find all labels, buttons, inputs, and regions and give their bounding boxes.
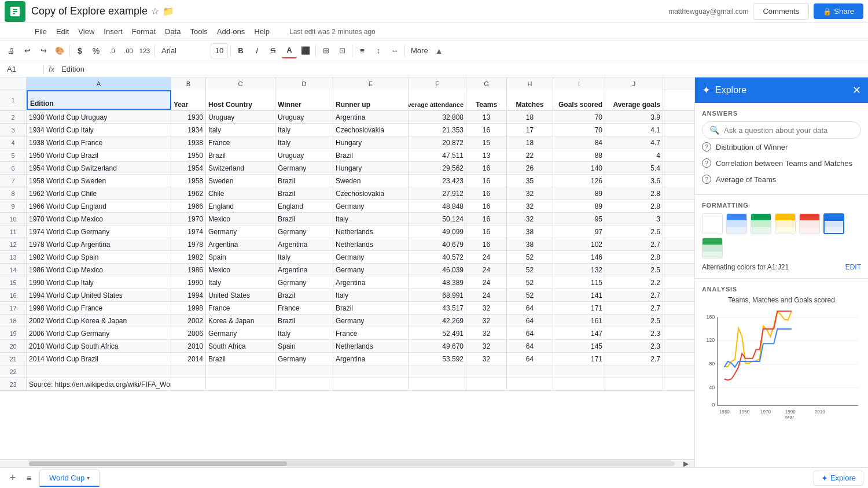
table-cell[interactable]: Mexico bbox=[206, 213, 275, 225]
table-cell[interactable]: 2.2 bbox=[605, 276, 663, 289]
table-cell[interactable]: 1934 World Cup Italy bbox=[27, 124, 171, 136]
table-cell[interactable]: 64 bbox=[507, 315, 553, 327]
table-cell[interactable]: 2.3 bbox=[605, 340, 663, 352]
table-cell[interactable]: 1986 bbox=[171, 264, 206, 276]
table-cell[interactable]: 2.7 bbox=[605, 289, 663, 301]
table-cell[interactable]: 3 bbox=[605, 213, 663, 225]
table-cell[interactable]: 102 bbox=[553, 238, 605, 250]
table-cell[interactable]: 1998 bbox=[171, 302, 206, 314]
table-cell[interactable]: Uruguay bbox=[206, 111, 275, 123]
table-cell[interactable]: 24 bbox=[466, 289, 507, 301]
table-cell[interactable]: 2.7 bbox=[605, 353, 663, 365]
table-cell[interactable]: 52,491 bbox=[409, 327, 466, 339]
table-cell[interactable]: 40,572 bbox=[409, 251, 466, 263]
format-swatch-6[interactable] bbox=[702, 238, 723, 258]
table-cell[interactable]: 52 bbox=[507, 264, 553, 276]
table-cell[interactable]: 171 bbox=[553, 353, 605, 365]
table-cell[interactable]: Germany bbox=[206, 327, 275, 339]
format-swatch-2[interactable] bbox=[751, 213, 771, 234]
format-swatch-1[interactable] bbox=[726, 213, 747, 234]
table-cell[interactable]: 26 bbox=[507, 162, 553, 174]
table-cell[interactable]: Argentina bbox=[333, 353, 409, 365]
format-swatch-3[interactable] bbox=[775, 213, 796, 234]
table-cell[interactable]: 64 bbox=[507, 340, 553, 352]
more-button[interactable]: More bbox=[407, 43, 432, 58]
table-cell[interactable]: 1974 bbox=[171, 225, 206, 238]
cell-reference-input[interactable] bbox=[3, 65, 44, 73]
table-cell[interactable]: 18 bbox=[507, 136, 553, 149]
table-cell[interactable]: 29,562 bbox=[409, 162, 466, 174]
align-left-button[interactable]: ≡ bbox=[355, 43, 370, 58]
cell-i1[interactable]: Goals scored bbox=[553, 90, 605, 110]
table-cell[interactable]: Brazil bbox=[275, 213, 333, 225]
table-cell[interactable]: 64 bbox=[507, 302, 553, 314]
align-vertical-button[interactable]: ↕ bbox=[371, 43, 386, 58]
table-cell[interactable]: 84 bbox=[553, 136, 605, 149]
table-cell[interactable]: 32 bbox=[507, 213, 553, 225]
col-g-header[interactable]: G bbox=[466, 77, 507, 90]
table-cell[interactable]: Brazil bbox=[275, 315, 333, 327]
table-cell[interactable]: Brazil bbox=[333, 302, 409, 314]
col-e-header[interactable]: E bbox=[333, 77, 409, 90]
border-button[interactable]: ⊞ bbox=[318, 43, 333, 58]
table-cell[interactable]: Czechoslovakia bbox=[333, 187, 409, 199]
table-cell[interactable]: 32 bbox=[466, 315, 507, 327]
table-cell[interactable]: 1954 World Cup Switzerland bbox=[27, 162, 171, 174]
table-cell[interactable]: France bbox=[206, 136, 275, 149]
table-cell[interactable]: Argentina bbox=[333, 111, 409, 123]
table-cell[interactable]: Argentina bbox=[275, 264, 333, 276]
strikethrough-button[interactable]: S bbox=[266, 43, 281, 58]
menu-data[interactable]: Data bbox=[160, 23, 185, 40]
table-cell[interactable]: 47,511 bbox=[409, 149, 466, 161]
table-cell[interactable]: Sweden bbox=[333, 175, 409, 187]
paint-format-button[interactable]: 🎨 bbox=[52, 43, 67, 58]
table-cell[interactable]: Spain bbox=[206, 251, 275, 263]
table-cell[interactable]: France bbox=[206, 302, 275, 314]
table-cell[interactable] bbox=[466, 365, 507, 378]
table-cell[interactable]: Brazil bbox=[206, 353, 275, 365]
table-cell[interactable] bbox=[553, 378, 605, 390]
table-cell[interactable]: 43,517 bbox=[409, 302, 466, 314]
table-cell[interactable]: 32 bbox=[466, 327, 507, 339]
table-cell[interactable]: Germany bbox=[275, 276, 333, 289]
table-cell[interactable]: 32 bbox=[507, 200, 553, 212]
table-cell[interactable]: 64 bbox=[507, 327, 553, 339]
table-cell[interactable]: 46,039 bbox=[409, 264, 466, 276]
sheet-list-button[interactable]: ≡ bbox=[21, 470, 37, 486]
table-cell[interactable]: 32 bbox=[466, 340, 507, 352]
table-cell[interactable]: 1986 World Cup Mexico bbox=[27, 264, 171, 276]
table-cell[interactable]: 64 bbox=[507, 353, 553, 365]
table-cell[interactable] bbox=[27, 365, 171, 378]
table-cell[interactable]: 35 bbox=[507, 175, 553, 187]
folder-icon[interactable]: 📁 bbox=[163, 6, 174, 17]
table-cell[interactable]: Argentina bbox=[275, 238, 333, 250]
table-cell[interactable]: 1982 World Cup Spain bbox=[27, 251, 171, 263]
table-cell[interactable]: 16 bbox=[466, 175, 507, 187]
col-h-header[interactable]: H bbox=[507, 77, 553, 90]
table-cell[interactable]: 1950 bbox=[171, 149, 206, 161]
table-cell[interactable]: United States bbox=[206, 289, 275, 301]
table-cell[interactable]: 4.7 bbox=[605, 136, 663, 149]
table-cell[interactable] bbox=[466, 378, 507, 390]
table-cell[interactable]: Germany bbox=[333, 315, 409, 327]
table-cell[interactable]: 1970 World Cup Mexico bbox=[27, 213, 171, 225]
table-cell[interactable]: Italy bbox=[206, 124, 275, 136]
table-cell[interactable]: 1938 World Cup France bbox=[27, 136, 171, 149]
table-cell[interactable]: 23,423 bbox=[409, 175, 466, 187]
table-cell[interactable]: 1978 bbox=[171, 238, 206, 250]
table-cell[interactable]: Chile bbox=[206, 187, 275, 199]
table-cell[interactable]: 89 bbox=[553, 200, 605, 212]
table-cell[interactable]: Uruguay bbox=[275, 111, 333, 123]
cell-a1[interactable]: Edition bbox=[27, 90, 171, 110]
menu-view[interactable]: View bbox=[73, 23, 99, 40]
table-cell[interactable]: Sweden bbox=[206, 175, 275, 187]
table-cell[interactable]: 161 bbox=[553, 315, 605, 327]
table-cell[interactable]: 1962 World Cup Chile bbox=[27, 187, 171, 199]
table-cell[interactable]: 2006 World Cup Germany bbox=[27, 327, 171, 339]
table-cell[interactable]: 3.9 bbox=[605, 111, 663, 123]
col-j-header[interactable]: J bbox=[605, 77, 663, 90]
table-cell[interactable]: 21,353 bbox=[409, 124, 466, 136]
table-cell[interactable]: 32 bbox=[466, 302, 507, 314]
cell-c1[interactable]: Host Country bbox=[206, 90, 275, 110]
table-cell[interactable]: Argentina bbox=[206, 238, 275, 250]
